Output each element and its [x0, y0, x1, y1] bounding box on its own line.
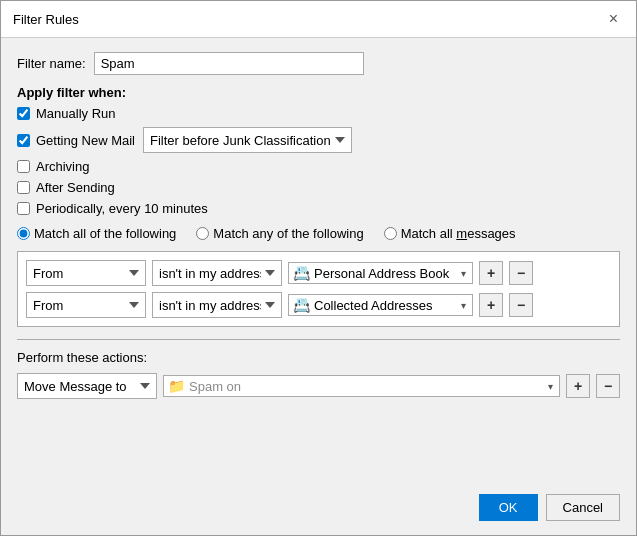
folder-chevron-icon: ▾: [548, 381, 553, 392]
apply-filter-label: Apply filter when:: [17, 85, 620, 100]
addr-book-icon-1: 📇: [293, 265, 310, 281]
match-all-msg-radio-label[interactable]: Match all messages: [384, 226, 516, 241]
filter-name-label: Filter name:: [17, 56, 86, 71]
addr-chevron-icon-1: ▾: [461, 268, 466, 279]
match-all-msg-radio[interactable]: [384, 227, 397, 240]
dialog-title: Filter Rules: [13, 12, 79, 27]
isnt-dropdown-1[interactable]: isn't in my address b... is in my addres…: [152, 260, 282, 286]
actions-label: Perform these actions:: [17, 350, 620, 365]
radio-row: Match all of the following Match any of …: [17, 226, 620, 241]
folder-wrapper[interactable]: 📁 Spam on ▾: [163, 375, 560, 397]
remove-condition-2[interactable]: −: [509, 293, 533, 317]
addr-chevron-icon-2: ▾: [461, 300, 466, 311]
periodically-label: Periodically, every 10 minutes: [36, 201, 208, 216]
match-all-radio-label[interactable]: Match all of the following: [17, 226, 176, 241]
match-any-text: Match any of the following: [213, 226, 363, 241]
junk-classification-dropdown[interactable]: Filter before Junk Classification: [143, 127, 352, 153]
addr-book-wrapper-2[interactable]: 📇 Collected Addresses ▾: [288, 294, 473, 316]
filter-name-row: Filter name:: [17, 52, 620, 75]
from-dropdown-2[interactable]: From To CC Subject Body: [26, 292, 146, 318]
addr-book-icon-2: 📇: [293, 297, 310, 313]
addr-book-wrapper-1[interactable]: 📇 Personal Address Book ▾: [288, 262, 473, 284]
add-condition-1[interactable]: +: [479, 261, 503, 285]
from-dropdown-1[interactable]: From To CC Subject Body: [26, 260, 146, 286]
manually-run-row: Manually Run: [17, 106, 620, 121]
getting-new-mail-label: Getting New Mail: [36, 133, 135, 148]
archiving-row: Archiving: [17, 159, 620, 174]
periodically-row: Periodically, every 10 minutes: [17, 201, 620, 216]
dialog-footer: OK Cancel: [1, 484, 636, 535]
actions-section: Perform these actions: Move Message to C…: [17, 339, 620, 399]
archiving-checkbox[interactable]: [17, 160, 30, 173]
action-row: Move Message to Copy Message to Delete M…: [17, 373, 620, 399]
action-dropdown[interactable]: Move Message to Copy Message to Delete M…: [17, 373, 157, 399]
folder-label: Spam on: [189, 379, 544, 394]
match-all-radio[interactable]: [17, 227, 30, 240]
addr-book-label-2: Collected Addresses: [314, 298, 457, 313]
folder-icon: 📁: [168, 378, 185, 394]
remove-action-button[interactable]: −: [596, 374, 620, 398]
after-sending-checkbox[interactable]: [17, 181, 30, 194]
after-sending-row: After Sending: [17, 180, 620, 195]
match-any-radio-label[interactable]: Match any of the following: [196, 226, 363, 241]
match-all-msg-text: Match all messages: [401, 226, 516, 241]
add-action-button[interactable]: +: [566, 374, 590, 398]
match-any-radio[interactable]: [196, 227, 209, 240]
conditions-box: From To CC Subject Body isn't in my addr…: [17, 251, 620, 327]
after-sending-label: After Sending: [36, 180, 115, 195]
isnt-dropdown-2[interactable]: isn't in my address b... is in my addres…: [152, 292, 282, 318]
add-condition-2[interactable]: +: [479, 293, 503, 317]
cancel-button[interactable]: Cancel: [546, 494, 620, 521]
manually-run-checkbox[interactable]: [17, 107, 30, 120]
addr-book-label-1: Personal Address Book: [314, 266, 457, 281]
filter-name-input[interactable]: [94, 52, 364, 75]
ok-button[interactable]: OK: [479, 494, 538, 521]
getting-new-mail-checkbox[interactable]: [17, 134, 30, 147]
manually-run-label: Manually Run: [36, 106, 116, 121]
archiving-label: Archiving: [36, 159, 89, 174]
title-bar: Filter Rules ×: [1, 1, 636, 38]
condition-row-2: From To CC Subject Body isn't in my addr…: [26, 292, 611, 318]
periodically-checkbox[interactable]: [17, 202, 30, 215]
remove-condition-1[interactable]: −: [509, 261, 533, 285]
match-all-text: Match all of the following: [34, 226, 176, 241]
filter-rules-dialog: Filter Rules × Filter name: Apply filter…: [0, 0, 637, 536]
close-button[interactable]: ×: [603, 9, 624, 29]
condition-row-1: From To CC Subject Body isn't in my addr…: [26, 260, 611, 286]
getting-new-mail-row: Getting New Mail Filter before Junk Clas…: [17, 127, 620, 153]
dialog-content: Filter name: Apply filter when: Manually…: [1, 38, 636, 484]
